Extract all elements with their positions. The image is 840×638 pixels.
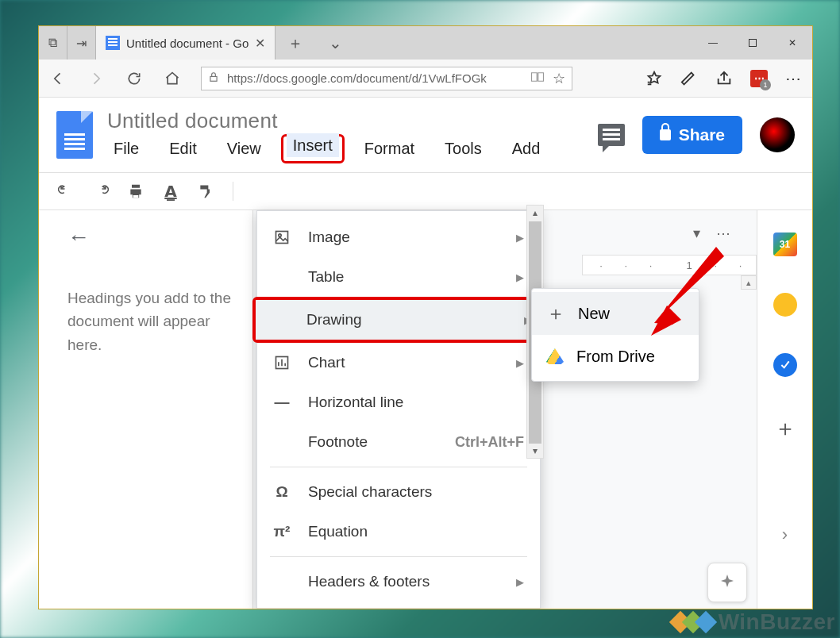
menu-tools[interactable]: Tools (438, 136, 488, 161)
nav-forward-button[interactable] (87, 69, 106, 88)
calendar-icon[interactable]: 31 (773, 233, 797, 256)
drawing-submenu: ＋ New From Drive (531, 288, 699, 382)
insert-headers-footers[interactable]: Headers & footers ▶ (257, 562, 540, 601)
maximize-button[interactable] (733, 26, 773, 60)
toolbar-right-icons: ⋯ 1 ⋯ (645, 70, 803, 87)
header-right: Share (598, 116, 795, 154)
tab-actions-left[interactable]: ⧉ (39, 26, 67, 60)
address-input[interactable]: https://docs.google.com/document/d/1VwLf… (201, 67, 572, 90)
insert-footnote-label: Footnote (308, 433, 368, 451)
tab-overflow-button[interactable]: ⌄ (315, 26, 355, 60)
side-panel: 31 ＋ › (757, 210, 812, 609)
print-icon[interactable] (128, 183, 144, 199)
reading-view-icon[interactable] (530, 71, 545, 86)
menu-addons[interactable]: Add (506, 136, 547, 161)
tab-active[interactable]: Untitled document - Go ✕ (96, 26, 276, 60)
insert-headers-label: Headers & footers (308, 573, 430, 590)
drawing-from-drive[interactable]: From Drive (532, 335, 699, 378)
insert-drawing-label: Drawing (306, 311, 362, 329)
scroll-up-icon[interactable]: ▴ (741, 275, 757, 290)
lock-icon (208, 71, 219, 86)
close-tab-icon[interactable]: ✕ (255, 36, 265, 51)
outline-panel: ← Headings you add to the document will … (39, 210, 253, 609)
home-button[interactable] (163, 69, 182, 88)
insert-dropdown: Image ▶ Table ▶ Drawing ▶ (256, 210, 541, 609)
menu-format[interactable]: Format (358, 136, 421, 161)
refresh-button[interactable] (125, 69, 144, 88)
more-menu-icon[interactable]: ⋯ (716, 225, 733, 242)
insert-hr[interactable]: — Horizontal line (257, 382, 540, 422)
doc-title-input[interactable]: Untitled document (107, 109, 546, 133)
get-addons-icon[interactable]: ＋ (774, 413, 796, 444)
comments-icon[interactable] (598, 124, 625, 146)
insert-drawing[interactable]: Drawing ▶ (256, 300, 548, 340)
share-page-icon[interactable] (715, 70, 733, 87)
nav-back-button[interactable] (48, 69, 67, 88)
vertical-scrollbar[interactable]: ▴ ▾ (741, 275, 757, 609)
image-icon (273, 229, 291, 246)
insert-table-label: Table (308, 268, 344, 286)
lock-icon (660, 129, 671, 140)
insert-chart-label: Chart (308, 354, 345, 371)
lastpass-badge: 1 (760, 79, 771, 90)
toolbar-separator (233, 182, 233, 201)
keep-icon[interactable] (773, 293, 797, 317)
chart-icon (273, 354, 291, 371)
scroll-down-icon[interactable]: ▾ (527, 444, 543, 458)
undo-icon[interactable] (58, 183, 74, 199)
submenu-arrow-icon: ▶ (516, 271, 524, 283)
tab-title: Untitled document - Go (126, 37, 249, 50)
redo-icon[interactable] (93, 183, 109, 199)
watermark-text: WinBuzzer (719, 609, 835, 635)
horizontal-ruler[interactable]: · · · 1 · · (582, 255, 757, 275)
lastpass-extension-icon[interactable]: ⋯ 1 (750, 70, 768, 87)
insert-equation[interactable]: π² Equation (257, 512, 540, 552)
svg-rect-2 (276, 232, 288, 244)
share-button[interactable]: Share (642, 116, 742, 154)
docs-logo-icon[interactable] (56, 111, 93, 159)
title-column: Untitled document File Edit View Insert … (107, 109, 546, 161)
outline-collapse-icon[interactable]: ← (67, 225, 243, 250)
hide-panel-icon[interactable]: › (782, 525, 788, 545)
docs-favicon-icon (106, 36, 120, 50)
drive-icon (546, 348, 564, 364)
scroll-up-icon[interactable]: ▴ (527, 206, 543, 220)
app-header: Untitled document File Edit View Insert … (39, 98, 812, 172)
menu-divider (270, 556, 527, 557)
pi-icon: π² (273, 523, 291, 540)
account-avatar[interactable] (760, 117, 795, 152)
menu-file[interactable]: File (107, 136, 145, 161)
svg-rect-1 (133, 195, 139, 198)
submenu-arrow-icon: ▶ (516, 232, 524, 244)
tasks-icon[interactable] (773, 353, 797, 377)
favorites-list-icon[interactable] (645, 70, 663, 87)
mode-controls: ▾ ⋯ (693, 225, 733, 242)
menu-divider (270, 467, 527, 467)
insert-image[interactable]: Image ▶ (257, 217, 540, 257)
toolbar: A̲ (39, 172, 812, 210)
insert-special-chars[interactable]: Ω Special characters (257, 472, 540, 512)
new-tab-button[interactable]: ＋ (276, 26, 315, 60)
minimize-button[interactable]: — (693, 26, 733, 60)
menu-edit[interactable]: Edit (163, 136, 202, 161)
settings-more-icon[interactable]: ⋯ (785, 70, 803, 87)
tab-aside[interactable]: ⇥ (67, 26, 96, 60)
submenu-arrow-icon: ▶ (516, 576, 524, 588)
drawing-new[interactable]: ＋ New (532, 292, 699, 335)
insert-table[interactable]: Table ▶ (257, 257, 540, 297)
insert-footnote[interactable]: Footnote Ctrl+Alt+F (257, 422, 540, 462)
paint-format-icon[interactable] (198, 183, 214, 199)
spellcheck-icon[interactable]: A̲ (163, 183, 179, 199)
menu-insert[interactable]: Insert (287, 133, 339, 157)
menu-view[interactable]: View (221, 136, 268, 161)
editing-mode-dropdown[interactable]: ▾ (693, 225, 700, 242)
insert-chart[interactable]: Chart ▶ (257, 343, 540, 382)
favorite-icon[interactable]: ☆ (553, 70, 565, 87)
explore-button[interactable] (707, 563, 747, 602)
submenu-arrow-icon: ▶ (516, 357, 524, 369)
browser-window: ⧉ ⇥ Untitled document - Go ✕ ＋ ⌄ — ✕ (38, 25, 813, 609)
close-window-button[interactable]: ✕ (773, 26, 812, 60)
share-label: Share (679, 125, 725, 144)
notes-icon[interactable] (680, 70, 698, 87)
outline-placeholder: Headings you add to the document will ap… (67, 286, 243, 356)
